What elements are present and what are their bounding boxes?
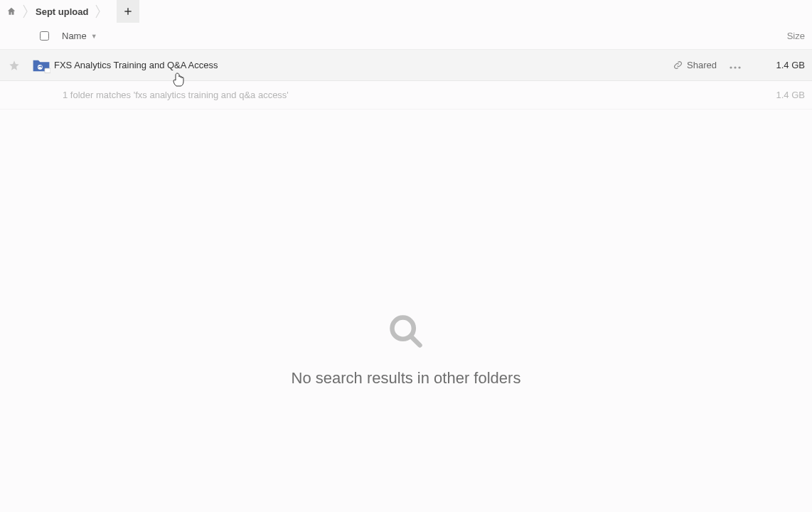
search-icon [388, 313, 424, 352]
star-icon [9, 60, 20, 71]
empty-state: No search results in other folders [0, 313, 812, 388]
match-summary-row: 1 folder matches 'fxs analytics training… [0, 81, 812, 110]
match-summary-size: 1.4 GB [776, 90, 805, 100]
file-size: 1.4 GB [754, 60, 805, 70]
column-header-row: Name ▼ Size [0, 23, 812, 50]
sort-caret-icon: ▼ [91, 33, 97, 40]
shared-badge[interactable]: Shared [673, 60, 717, 70]
breadcrumb-current[interactable]: Sept upload [31, 6, 92, 17]
shared-label: Shared [687, 60, 717, 70]
more-actions-button[interactable] [727, 60, 744, 71]
row-actions: Shared 1.4 GB [673, 60, 805, 71]
svg-line-8 [412, 337, 420, 346]
empty-state-message: No search results in other folders [292, 369, 521, 388]
link-icon [673, 60, 683, 70]
svg-point-6 [738, 66, 740, 68]
file-name[interactable]: FXS Analytics Training and Q&A Access [54, 60, 218, 70]
table-row[interactable]: FXS Analytics Training and Q&A Access Sh… [0, 50, 812, 81]
shared-folder-icon [32, 58, 50, 73]
svg-point-4 [730, 66, 732, 68]
add-tab-button[interactable] [117, 0, 139, 23]
svg-point-5 [734, 66, 736, 68]
breadcrumb-bar: Sept upload [0, 0, 812, 23]
breadcrumb-separator-icon [94, 0, 102, 23]
column-header-name-label: Name [62, 31, 87, 41]
column-header-name[interactable]: Name ▼ [62, 31, 97, 41]
breadcrumb-separator-icon [21, 0, 30, 23]
home-icon [6, 6, 16, 16]
select-all-checkbox[interactable] [40, 31, 49, 41]
column-header-size[interactable]: Size [787, 31, 805, 41]
home-button[interactable] [3, 3, 20, 20]
match-summary-text: 1 folder matches 'fxs analytics training… [63, 90, 289, 100]
svg-rect-3 [45, 68, 50, 73]
plus-icon [123, 6, 133, 16]
folder-icon-cell [28, 58, 54, 73]
favorite-toggle[interactable] [0, 60, 28, 71]
ellipsis-icon [730, 66, 741, 69]
